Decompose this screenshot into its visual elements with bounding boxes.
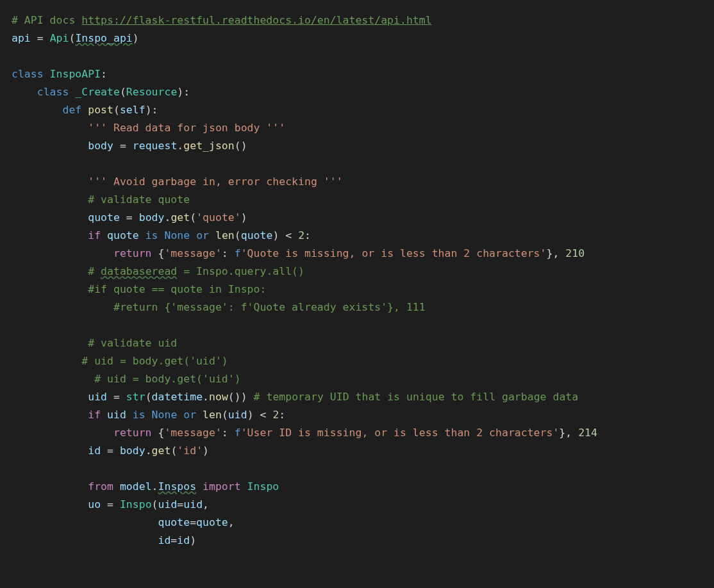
builtin: str	[126, 391, 145, 403]
code-line[interactable]: # API docs https://flask-restful.readthe…	[0, 12, 714, 29]
code-line[interactable]: quote = body.get('quote')	[0, 209, 714, 227]
method: get_json	[183, 140, 234, 152]
comment: # temporary UID that is unique to fill g…	[254, 391, 579, 403]
comment: # uid = body.get('uid')	[81, 355, 228, 367]
keyword: return	[113, 247, 152, 259]
keyword: return	[113, 427, 152, 439]
code-line[interactable]: if uid is None or len(uid) < 2:	[0, 406, 714, 424]
blank-line[interactable]	[0, 316, 714, 334]
object: request	[133, 140, 178, 152]
class-name: _Create	[75, 86, 120, 98]
comment: # API docs https://flask-restful.readthe…	[12, 14, 432, 26]
keyword: import	[203, 480, 241, 493]
code-line[interactable]: class _Create(Resource):	[0, 83, 714, 101]
code-line[interactable]: return {'message': f'Quote is missing, o…	[0, 245, 714, 263]
code-line[interactable]: quote=quote,	[0, 514, 714, 532]
blank-line[interactable]	[0, 47, 714, 65]
keyword: if	[88, 229, 101, 241]
docstring: ''' Avoid garbage in, error checking '''	[88, 176, 342, 188]
keyword: from	[88, 480, 113, 493]
self-param: self	[120, 104, 145, 116]
code-line[interactable]: # databaseread = Inspo.query.all()	[0, 263, 714, 281]
code-line[interactable]: from model.Inspos import Inspo	[0, 478, 714, 496]
code-line[interactable]: #return {'message': f'Quote already exis…	[0, 298, 714, 316]
method: get	[170, 211, 190, 224]
code-line[interactable]: # uid = body.get('uid')	[0, 370, 714, 388]
function-name: post	[88, 104, 113, 116]
code-line[interactable]: api = Api(Inspo_api)	[0, 29, 714, 47]
code-line[interactable]: if quote is None or len(quote) < 2:	[0, 227, 714, 245]
keyword: if	[88, 409, 101, 421]
variable: uid	[88, 391, 107, 403]
method: now	[209, 391, 228, 403]
code-line[interactable]: # validate uid	[0, 334, 714, 352]
blank-line[interactable]	[0, 155, 714, 173]
code-line[interactable]: ''' Read data for json body '''	[0, 119, 714, 137]
status-code: 210	[565, 247, 585, 259]
code-line[interactable]: def post(self):	[0, 101, 714, 119]
keyword: class	[37, 86, 69, 98]
code-line[interactable]: uid = str(datetime.now()) # temporary UI…	[0, 388, 714, 406]
docstring: ''' Read data for json body '''	[88, 122, 285, 134]
code-line[interactable]: # uid = body.get('uid')	[0, 352, 714, 370]
class-name: InspoAPI	[50, 68, 101, 80]
code-line[interactable]: class InspoAPI:	[0, 65, 714, 83]
code-line[interactable]: #if quote == quote in Inspo:	[0, 281, 714, 298]
comment: # databaseread = Inspo.query.all()	[88, 265, 304, 277]
comment: # uid = body.get('uid')	[94, 373, 240, 385]
code-line[interactable]: id = body.get('id')	[0, 442, 714, 460]
variable: id	[88, 445, 101, 457]
code-line[interactable]: ''' Avoid garbage in, error checking '''	[0, 173, 714, 191]
variable: quote	[88, 211, 120, 224]
comment: #if quote == quote in Inspo:	[88, 283, 266, 295]
status-code: 214	[578, 427, 597, 439]
keyword: def	[62, 104, 81, 116]
blank-line[interactable]	[0, 460, 714, 478]
arg: Inspo_api	[75, 32, 132, 44]
variable: body	[88, 140, 113, 152]
variable: api	[12, 32, 31, 44]
comment: # validate uid	[88, 337, 177, 349]
code-line[interactable]: id=id)	[0, 532, 714, 550]
none-literal: None	[164, 229, 190, 241]
keyword: class	[12, 68, 44, 80]
class-ref: Api	[50, 32, 69, 44]
code-editor[interactable]: # API docs https://flask-restful.readthe…	[0, 12, 714, 550]
variable: uo	[88, 498, 101, 510]
code-line[interactable]: # validate quote	[0, 191, 714, 209]
code-line[interactable]: body = request.get_json()	[0, 137, 714, 155]
code-line[interactable]: uo = Inspo(uid=uid,	[0, 496, 714, 514]
code-line[interactable]: return {'message': f'User ID is missing,…	[0, 424, 714, 442]
builtin: len	[215, 229, 235, 241]
base-class: Resource	[126, 86, 177, 98]
url-link[interactable]: https://flask-restful.readthedocs.io/en/…	[81, 14, 431, 26]
comment: #return {'message': f'Quote already exis…	[113, 301, 426, 313]
comment: # validate quote	[88, 193, 190, 206]
